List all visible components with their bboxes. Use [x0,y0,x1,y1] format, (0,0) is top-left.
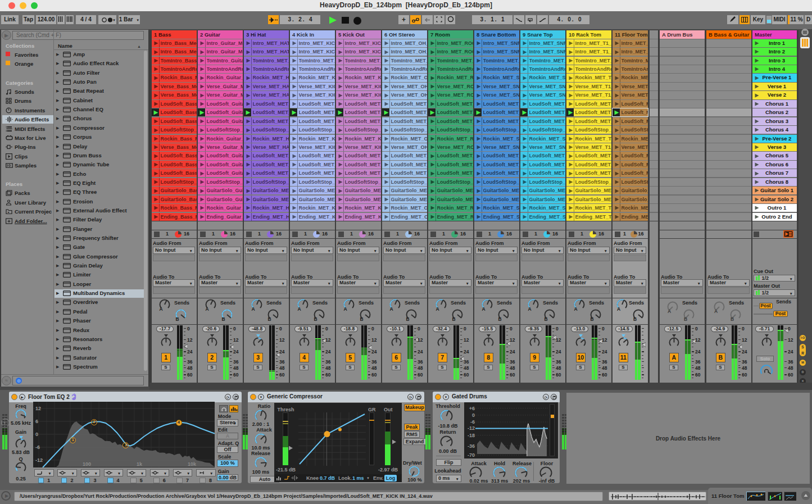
svg-text::■: :■ [7,211,10,214]
